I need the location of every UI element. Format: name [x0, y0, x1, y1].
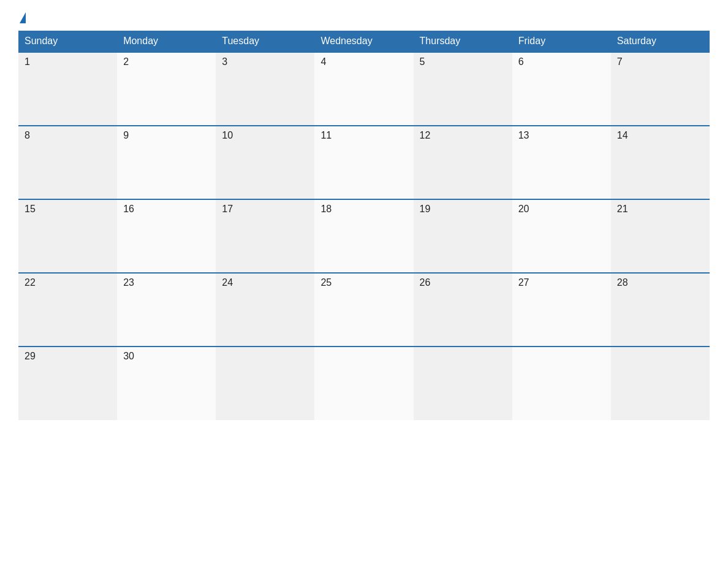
- calendar-day-cell: 15: [18, 199, 117, 273]
- day-number: 6: [518, 56, 524, 67]
- logo: [18, 12, 26, 23]
- calendar-day-cell: 20: [512, 199, 611, 273]
- day-number: 15: [25, 204, 36, 214]
- calendar-day-cell: 16: [117, 199, 216, 273]
- calendar-day-cell: 25: [314, 273, 413, 347]
- weekday-header-sunday: Sunday: [18, 31, 117, 52]
- calendar-day-cell: 10: [216, 126, 314, 199]
- calendar-day-cell: 19: [414, 199, 512, 273]
- day-number: 18: [320, 204, 332, 214]
- calendar-table: SundayMondayTuesdayWednesdayThursdayFrid…: [18, 31, 710, 420]
- calendar-day-cell: 11: [314, 126, 413, 199]
- day-number: 5: [420, 56, 425, 67]
- day-number: 9: [123, 130, 129, 140]
- weekday-header-row: SundayMondayTuesdayWednesdayThursdayFrid…: [18, 31, 710, 52]
- day-number: 21: [617, 204, 628, 214]
- day-number: 30: [123, 351, 134, 361]
- weekday-header-tuesday: Tuesday: [216, 31, 314, 52]
- calendar-day-cell: [216, 347, 314, 420]
- calendar-day-cell: [611, 347, 710, 420]
- calendar-week-row: 22232425262728: [18, 273, 710, 347]
- day-number: 4: [320, 56, 326, 67]
- calendar-day-cell: [314, 347, 413, 420]
- calendar-day-cell: 7: [611, 52, 710, 126]
- calendar-day-cell: 18: [314, 199, 413, 273]
- day-number: 13: [518, 130, 529, 140]
- calendar-day-cell: 12: [414, 126, 512, 199]
- day-number: 29: [25, 351, 36, 361]
- day-number: 12: [420, 130, 431, 140]
- logo-top-row: [18, 12, 26, 23]
- calendar-day-cell: 29: [18, 347, 117, 420]
- calendar-day-cell: 26: [414, 273, 512, 347]
- logo-triangle-icon: [20, 12, 26, 23]
- day-number: 17: [222, 204, 233, 214]
- calendar-day-cell: 17: [216, 199, 314, 273]
- calendar-day-cell: 28: [611, 273, 710, 347]
- calendar-day-cell: 8: [18, 126, 117, 199]
- day-number: 8: [25, 130, 30, 140]
- day-number: 1: [25, 56, 30, 67]
- day-number: 26: [420, 277, 431, 288]
- calendar-day-cell: 22: [18, 273, 117, 347]
- page-header: [18, 12, 710, 23]
- day-number: 22: [25, 277, 36, 288]
- day-number: 3: [222, 56, 227, 67]
- day-number: 28: [617, 277, 628, 288]
- calendar-day-cell: 14: [611, 126, 710, 199]
- calendar-week-row: 1234567: [18, 52, 710, 126]
- calendar-day-cell: 9: [117, 126, 216, 199]
- day-number: 20: [518, 204, 529, 214]
- weekday-header-friday: Friday: [512, 31, 611, 52]
- day-number: 16: [123, 204, 134, 214]
- weekday-header-saturday: Saturday: [611, 31, 710, 52]
- day-number: 24: [222, 277, 233, 288]
- day-number: 11: [320, 130, 332, 140]
- day-number: 2: [123, 56, 129, 67]
- day-number: 27: [518, 277, 529, 288]
- weekday-header-wednesday: Wednesday: [314, 31, 413, 52]
- day-number: 25: [320, 277, 332, 288]
- calendar-day-cell: 4: [314, 52, 413, 126]
- calendar-day-cell: [414, 347, 512, 420]
- calendar-day-cell: 13: [512, 126, 611, 199]
- weekday-header-monday: Monday: [117, 31, 216, 52]
- day-number: 7: [617, 56, 623, 67]
- calendar-day-cell: 23: [117, 273, 216, 347]
- weekday-header-thursday: Thursday: [414, 31, 512, 52]
- day-number: 10: [222, 130, 233, 140]
- calendar-day-cell: 1: [18, 52, 117, 126]
- calendar-week-row: 891011121314: [18, 126, 710, 199]
- calendar-day-cell: 3: [216, 52, 314, 126]
- calendar-day-cell: 24: [216, 273, 314, 347]
- calendar-day-cell: 30: [117, 347, 216, 420]
- calendar-day-cell: 5: [414, 52, 512, 126]
- calendar-day-cell: 2: [117, 52, 216, 126]
- logo-wrapper: [18, 12, 26, 23]
- day-number: 19: [420, 204, 431, 214]
- day-number: 14: [617, 130, 628, 140]
- day-number: 23: [123, 277, 134, 288]
- calendar-week-row: 15161718192021: [18, 199, 710, 273]
- calendar-day-cell: [512, 347, 611, 420]
- calendar-day-cell: 27: [512, 273, 611, 347]
- calendar-week-row: 2930: [18, 347, 710, 420]
- calendar-day-cell: 6: [512, 52, 611, 126]
- calendar-day-cell: 21: [611, 199, 710, 273]
